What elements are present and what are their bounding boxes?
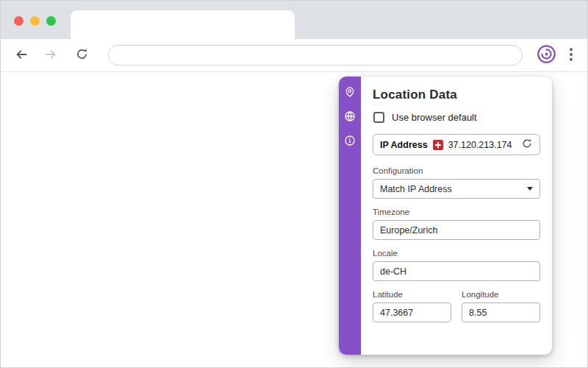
configuration-value: Match IP Address <box>380 184 452 194</box>
vytal-logo-icon <box>537 44 556 66</box>
tab-location[interactable] <box>343 85 357 100</box>
timezone-label: Timezone <box>373 208 540 216</box>
configuration-field: Configuration Match IP Address <box>373 166 540 199</box>
info-icon <box>344 135 356 149</box>
globe-icon <box>344 110 356 124</box>
longitude-input[interactable] <box>462 302 540 322</box>
refresh-icon <box>521 138 533 152</box>
forward-arrow-icon <box>43 47 58 64</box>
location-pin-icon <box>344 86 356 100</box>
configuration-select[interactable]: Match IP Address <box>373 179 540 199</box>
panel-title: Location Data <box>373 88 540 102</box>
panel-body: Location Data Use browser default IP Add… <box>361 77 552 355</box>
longitude-label: Longitude <box>462 290 540 299</box>
menu-button[interactable] <box>562 43 580 67</box>
browser-tab[interactable] <box>71 10 295 39</box>
timezone-field: Timezone <box>373 208 540 240</box>
reload-button[interactable] <box>70 43 93 67</box>
browser-toolbar <box>1 39 587 72</box>
latitude-label: Latitude <box>373 290 451 299</box>
maximize-window-button[interactable] <box>46 16 56 26</box>
locale-label: Locale <box>373 249 540 258</box>
switzerland-flag-icon <box>433 140 443 150</box>
use-browser-default-checkbox[interactable] <box>373 112 384 123</box>
coordinates-row: Latitude Longitude <box>373 290 540 331</box>
ip-address-row: IP Address 37.120.213.174 <box>373 134 540 155</box>
kebab-menu-icon <box>570 48 573 63</box>
locale-field: Locale <box>373 249 540 281</box>
panel-nav-rail <box>339 77 361 355</box>
browser-window: Location Data Use browser default IP Add… <box>0 0 588 368</box>
ip-address-value: 37.120.213.174 <box>448 140 512 150</box>
window-controls <box>14 16 56 26</box>
minimize-window-button[interactable] <box>30 16 40 26</box>
tab-info[interactable] <box>343 134 357 149</box>
latitude-field: Latitude <box>373 290 451 322</box>
reload-icon <box>75 47 89 63</box>
configuration-label: Configuration <box>373 166 540 175</box>
location-data-panel: Location Data Use browser default IP Add… <box>339 77 552 355</box>
longitude-field: Longitude <box>462 290 540 322</box>
back-button[interactable] <box>10 43 33 67</box>
timezone-input[interactable] <box>373 220 540 240</box>
forward-button[interactable] <box>39 43 62 67</box>
ip-address-label: IP Address <box>380 140 428 150</box>
chevron-down-icon <box>527 187 533 191</box>
use-browser-default-row[interactable]: Use browser default <box>373 112 540 123</box>
latitude-input[interactable] <box>373 302 451 322</box>
address-bar[interactable] <box>108 45 523 66</box>
refresh-ip-button[interactable] <box>521 138 533 152</box>
tab-strip <box>1 1 587 39</box>
back-arrow-icon <box>14 47 29 64</box>
close-window-button[interactable] <box>14 16 24 26</box>
tab-browser[interactable] <box>343 110 357 124</box>
locale-input[interactable] <box>373 261 540 281</box>
extension-button[interactable] <box>534 43 558 67</box>
use-browser-default-label: Use browser default <box>392 112 477 123</box>
